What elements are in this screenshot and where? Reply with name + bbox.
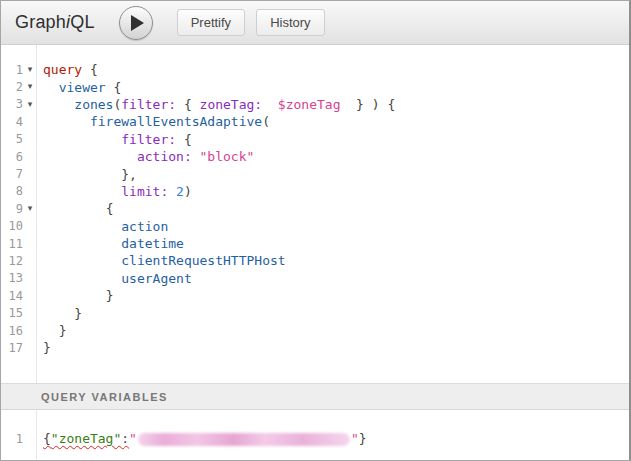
- code-line[interactable]: 1▾query {: [1, 61, 629, 78]
- token-plain: [43, 306, 74, 321]
- code-line[interactable]: 11 datetime: [1, 235, 629, 252]
- code-line[interactable]: 16 }: [1, 322, 629, 339]
- code-line[interactable]: 7 },: [1, 165, 629, 182]
- line-number: 11: [1, 237, 23, 251]
- token-plain: [43, 114, 90, 129]
- play-icon: [131, 15, 144, 31]
- code-text: zones(filter: { zoneTag: $zoneTag } ) {: [37, 97, 395, 112]
- code-line[interactable]: 3▾ zones(filter: { zoneTag: $zoneTag } )…: [1, 96, 629, 113]
- fold-arrow-icon[interactable]: ▾: [23, 96, 37, 113]
- token-attr: filter:: [121, 132, 176, 147]
- code-text: }: [37, 288, 113, 303]
- code-line[interactable]: 15 }: [1, 304, 629, 321]
- token-plain: [43, 132, 121, 147]
- redacted-value: [138, 433, 350, 446]
- line-number: 1: [1, 63, 23, 77]
- line-number: 13: [1, 271, 23, 285]
- code-text: userAgent: [37, 271, 192, 286]
- token-json_key: "zoneTag": [51, 431, 121, 446]
- token-prop: viewer: [59, 80, 106, 95]
- token-str: ": [129, 431, 137, 446]
- token-plain: [43, 288, 106, 303]
- code-text: filter: {: [37, 132, 192, 147]
- token-attr: zoneTag:: [200, 97, 263, 112]
- token-prop: clientRequestHTTPHost: [121, 253, 285, 268]
- history-button[interactable]: History: [256, 9, 324, 36]
- logo-text-ql: QL: [70, 12, 94, 32]
- code-line[interactable]: 6 action: "block": [1, 148, 629, 165]
- token-prop: zones: [74, 97, 113, 112]
- token-plain: [43, 253, 121, 268]
- code-text: clientRequestHTTPHost: [37, 253, 286, 268]
- token-plain: [43, 149, 137, 164]
- line-number: 15: [1, 306, 23, 320]
- code-text: {: [37, 201, 113, 216]
- token-prop: userAgent: [121, 271, 191, 286]
- code-text: action: "block": [37, 149, 254, 164]
- fold-arrow-icon[interactable]: ▾: [23, 200, 37, 217]
- code-text: viewer {: [37, 80, 121, 95]
- token-punct: :: [121, 431, 129, 446]
- fold-arrow-icon[interactable]: ▾: [23, 61, 37, 78]
- line-number: 8: [1, 184, 23, 198]
- token-plain: [192, 149, 200, 164]
- toolbar: GraphiQL Prettify History: [1, 1, 629, 45]
- token-punct: }: [359, 431, 367, 446]
- variables-editor[interactable]: 1{"zoneTag":""}: [1, 410, 629, 459]
- query-variables-title: QUERY VARIABLES: [41, 391, 168, 403]
- token-attr: filter:: [121, 97, 176, 112]
- code-line[interactable]: 13 userAgent: [1, 270, 629, 287]
- token-plain: [43, 271, 121, 286]
- token-punct: },: [121, 167, 137, 182]
- token-num: 2: [176, 184, 184, 199]
- token-punct: {: [106, 201, 114, 216]
- code-text: limit: 2): [37, 184, 192, 199]
- code-line[interactable]: 5 filter: {: [1, 131, 629, 148]
- token-punct: }: [74, 306, 82, 321]
- line-number: 16: [1, 324, 23, 338]
- token-str: "block": [200, 149, 255, 164]
- query-editor[interactable]: 1▾query {2▾ viewer {3▾ zones(filter: { z…: [1, 45, 629, 383]
- code-text: },: [37, 167, 137, 182]
- token-plain: [43, 167, 121, 182]
- token-attr: action:: [137, 149, 192, 164]
- code-line[interactable]: 9▾ {: [1, 200, 629, 217]
- fold-arrow-icon[interactable]: ▾: [23, 78, 37, 95]
- line-number: 6: [1, 150, 23, 164]
- code-line[interactable]: 14 }: [1, 287, 629, 304]
- token-plain: [43, 80, 59, 95]
- token-punct: {: [43, 431, 51, 446]
- token-punct: }: [43, 340, 51, 355]
- token-punct: {: [176, 97, 199, 112]
- token-str: ": [351, 431, 359, 446]
- prettify-button[interactable]: Prettify: [177, 9, 245, 36]
- token-plain: [43, 236, 121, 251]
- code-text: action: [37, 219, 168, 234]
- line-number: 12: [1, 254, 23, 268]
- token-punct: } ) {: [340, 97, 395, 112]
- token-prop: action: [121, 219, 168, 234]
- code-text: firewallEventsAdaptive(: [37, 114, 270, 129]
- query-variables-header: QUERY VARIABLES: [1, 383, 629, 410]
- token-prop: datetime: [121, 236, 184, 251]
- code-line[interactable]: 10 action: [1, 218, 629, 235]
- code-line[interactable]: 8 limit: 2): [1, 183, 629, 200]
- token-plain: [43, 97, 74, 112]
- code-line[interactable]: 2▾ viewer {: [1, 78, 629, 95]
- token-punct: {: [82, 62, 98, 77]
- token-punct: }: [106, 288, 114, 303]
- token-plain: [43, 219, 121, 234]
- token-var: $zoneTag: [278, 97, 341, 112]
- token-plain: [168, 184, 176, 199]
- line-number: 3: [1, 97, 23, 111]
- code-line[interactable]: 4 firewallEventsAdaptive(: [1, 113, 629, 130]
- graphiql-window: GraphiQL Prettify History 1▾query {2▾ vi…: [0, 0, 631, 461]
- code-text: }: [37, 306, 82, 321]
- execute-query-button[interactable]: [119, 6, 153, 40]
- token-plain: [262, 97, 278, 112]
- token-plain: [43, 201, 106, 216]
- code-line[interactable]: 17}: [1, 339, 629, 356]
- code-line[interactable]: 1{"zoneTag":""}: [1, 430, 629, 447]
- code-line[interactable]: 12 clientRequestHTTPHost: [1, 252, 629, 269]
- token-punct: (: [262, 114, 270, 129]
